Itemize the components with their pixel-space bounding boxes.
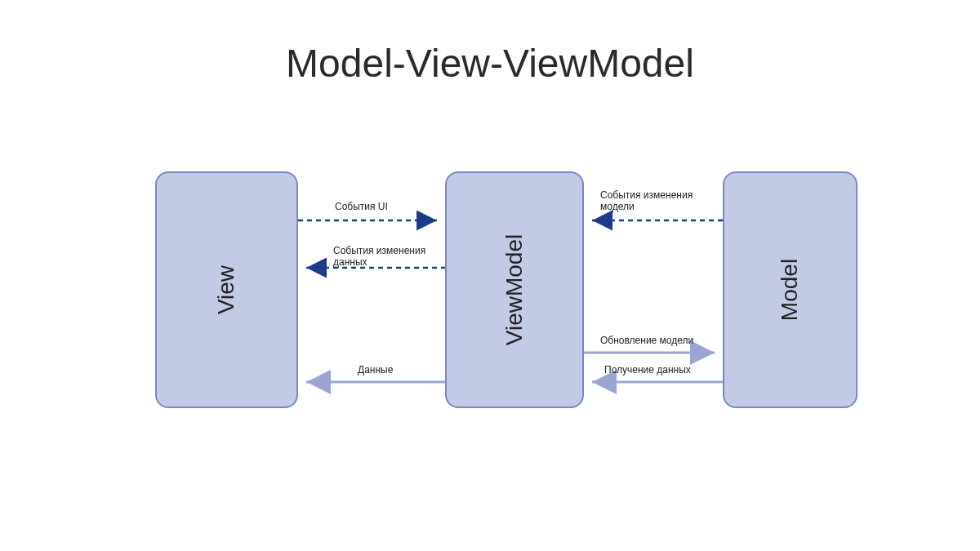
label-fetch-data: Получение данных bbox=[604, 364, 691, 375]
arrow-data bbox=[298, 374, 445, 390]
viewmodel-box: ViewModel bbox=[445, 171, 584, 408]
arrow-model-change-events bbox=[584, 212, 723, 229]
label-model-change-events: События изменения модели bbox=[600, 189, 693, 213]
arrow-update-model bbox=[584, 344, 723, 361]
page-title: Model-View-ViewModel bbox=[0, 41, 980, 86]
view-box: View bbox=[155, 171, 298, 408]
label-data-change-events: События изменения данных bbox=[333, 245, 425, 269]
viewmodel-label: ViewModel bbox=[501, 234, 528, 345]
model-box: Model bbox=[723, 171, 858, 408]
label-ui-events: События UI bbox=[335, 201, 388, 212]
mvvm-diagram: View ViewModel Model События UI События … bbox=[0, 163, 980, 449]
arrow-fetch-data bbox=[584, 374, 723, 390]
label-update-model: Обновление модели bbox=[600, 335, 693, 346]
label-data: Данные bbox=[358, 364, 393, 375]
arrow-ui-events bbox=[298, 212, 445, 229]
model-label: Model bbox=[777, 259, 803, 321]
view-label: View bbox=[214, 265, 240, 314]
